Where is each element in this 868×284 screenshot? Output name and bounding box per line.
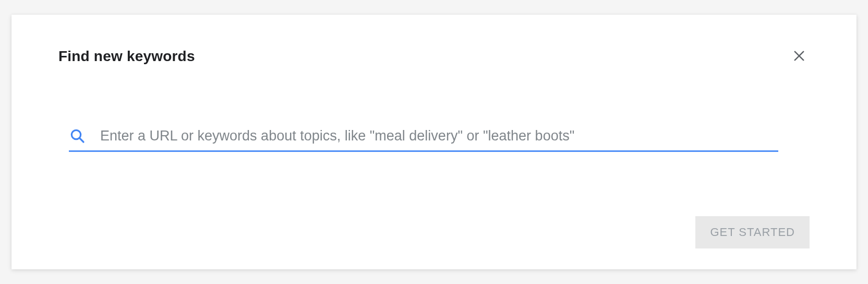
find-keywords-card: Find new keywords GET STARTED [11, 15, 857, 269]
keyword-search-input[interactable] [100, 128, 778, 144]
svg-line-3 [80, 138, 83, 142]
card-header: Find new keywords [58, 46, 810, 65]
get-started-button[interactable]: GET STARTED [695, 216, 810, 249]
search-icon [69, 127, 86, 144]
card-title: Find new keywords [58, 48, 195, 65]
search-field-row [69, 127, 778, 152]
close-button[interactable] [789, 46, 810, 67]
actions-row: GET STARTED [695, 216, 810, 249]
close-icon [792, 49, 806, 65]
